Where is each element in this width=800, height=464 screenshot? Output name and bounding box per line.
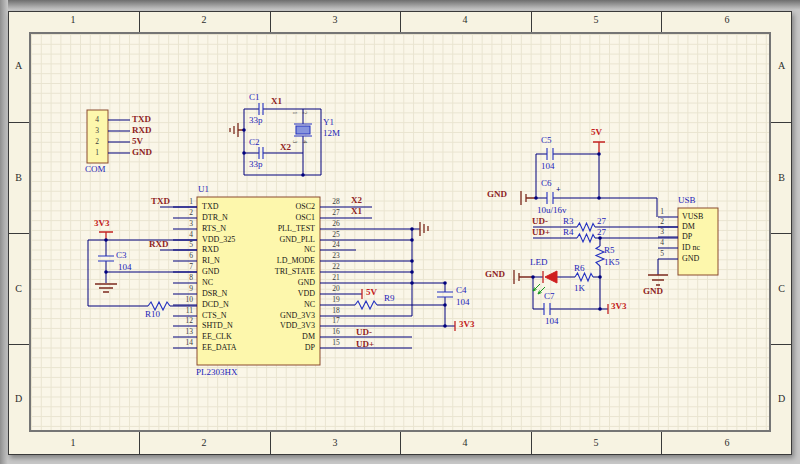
c7-value: 104 (545, 317, 559, 326)
c5-ref: C5 (541, 136, 552, 145)
r4-ref: R4 (563, 228, 574, 237)
u1-pin-name: OSC2 (231, 203, 315, 211)
u1-pin-number: 23 (327, 252, 345, 260)
frame-divider (270, 432, 271, 455)
u1-pin-number: 3 (171, 220, 193, 228)
u1-pin-name: CTS_N (202, 312, 226, 320)
u1-pin-number: 17 (327, 317, 345, 325)
net-label-x1: X1 (271, 97, 282, 106)
frame-divider (531, 11, 532, 32)
frame-row-label: C (773, 284, 790, 294)
u1-pin-number: 24 (327, 241, 345, 249)
frame-divider (139, 11, 140, 32)
c4-value: 104 (456, 298, 470, 307)
u1-pin-name: DCD_N (202, 301, 229, 309)
usb-pin-name: VUSB (682, 213, 703, 221)
u1-part-number: PL2303HX (196, 368, 238, 377)
u1-pin-number: 25 (327, 231, 345, 239)
u1-pin-name: DP (231, 344, 315, 352)
gnd-label-c6: GND (487, 190, 507, 199)
frame-divider (8, 344, 29, 345)
u1-pin-name: DM (231, 333, 315, 341)
c1-ref: C1 (249, 93, 260, 102)
usb-designator: USB (678, 196, 696, 205)
u1-pin-number: 9 (171, 285, 193, 293)
net-label-udm-right: UD- (532, 217, 548, 226)
c7-ref: C7 (544, 292, 555, 301)
com-pin-number: 1 (90, 149, 104, 157)
frame-column-label: 3 (320, 15, 350, 25)
usb-pin-number: 3 (654, 228, 670, 236)
c6-ref: C6 (541, 179, 552, 188)
frame-divider (661, 11, 662, 32)
frame-divider (400, 432, 401, 455)
power-label-3v3-right: 3V3 (611, 302, 627, 311)
u1-designator: U1 (198, 185, 209, 194)
frame-column-label: 2 (189, 438, 219, 448)
com-pin-net-label: TXD (132, 115, 151, 124)
u1-pin-name: VDD_3V3 (231, 322, 315, 330)
u1-pin-name: EE_CLK (202, 333, 232, 341)
net-label-rxd: RXD (149, 240, 169, 249)
u1-pin-number: 7 (171, 263, 193, 271)
frame-divider (771, 233, 792, 234)
frame-row-label: B (10, 173, 27, 183)
frame-column-label: 2 (189, 15, 219, 25)
frame-divider (531, 432, 532, 455)
r5-ref: R5 (604, 246, 615, 255)
y1-ref: Y1 (323, 118, 334, 127)
usb-pin-name: GND (682, 255, 699, 263)
net-label-udm-pin16: UD- (356, 328, 372, 337)
y1-pin-number: 4 (302, 140, 308, 143)
com-pin-number: 2 (90, 138, 104, 146)
u1-pin-name: VDD (231, 290, 315, 298)
u1-pin-name: PLL_TEST (231, 225, 315, 233)
u1-pin-name: GND (202, 268, 219, 276)
power-label-5v-top: 5V (591, 128, 602, 137)
r4-value: 27 (597, 228, 606, 237)
c3-ref: C3 (116, 251, 127, 260)
frame-row-label: A (773, 61, 790, 71)
u1-pin-number: 6 (171, 252, 193, 260)
frame-divider (270, 11, 271, 32)
frame-column-label: 6 (712, 15, 742, 25)
y1-pin-number: 2 (302, 111, 308, 114)
u1-pin-name: NC (231, 246, 315, 254)
com-pin-net-label: RXD (132, 126, 152, 135)
u1-pin-number: 26 (327, 220, 345, 228)
y1-pin-number: 1 (292, 111, 298, 114)
u1-pin-name: LD_MODE (231, 257, 315, 265)
u1-pin-number: 19 (327, 296, 345, 304)
frame-column-label: 1 (58, 15, 88, 25)
c2-ref: C2 (249, 138, 260, 147)
u1-pin-number: 27 (327, 209, 345, 217)
u1-pin-name: TXD (202, 203, 218, 211)
window-left-edge (0, 0, 8, 464)
frame-row-label: A (10, 61, 27, 71)
power-label-3v3-left: 3V3 (94, 219, 110, 228)
com-pin-number: 4 (90, 116, 104, 124)
frame-column-label: 6 (712, 438, 742, 448)
com-designator: COM (85, 165, 106, 174)
u1-pin-name: RI_N (202, 257, 220, 265)
r9-ref: R9 (384, 294, 395, 303)
frame-column-label: 5 (581, 15, 611, 25)
net-label-udp-right: UD+ (532, 228, 550, 237)
u1-pin-number: 22 (327, 263, 345, 271)
u1-pin-number: 15 (327, 339, 345, 347)
usb-pin-number: 5 (654, 250, 670, 258)
frame-row-label: D (773, 394, 790, 404)
frame-column-label: 4 (450, 438, 480, 448)
frame-column-label: 3 (320, 438, 350, 448)
u1-pin-name: RXD (202, 246, 219, 254)
c4-ref: C4 (456, 286, 467, 295)
usb-pin-number: 1 (654, 208, 670, 216)
u1-pin-name: NC (231, 301, 315, 309)
power-label-3v3-pin17: 3V3 (459, 320, 475, 329)
u1-pin-name: RTS_N (202, 225, 226, 233)
u1-pin-number: 5 (171, 241, 193, 249)
gnd-label-usb: GND (643, 287, 663, 296)
com-pin-net-label: GND (132, 148, 152, 157)
u1-pin-number: 18 (327, 307, 345, 315)
u1-pin-number: 14 (171, 339, 193, 347)
